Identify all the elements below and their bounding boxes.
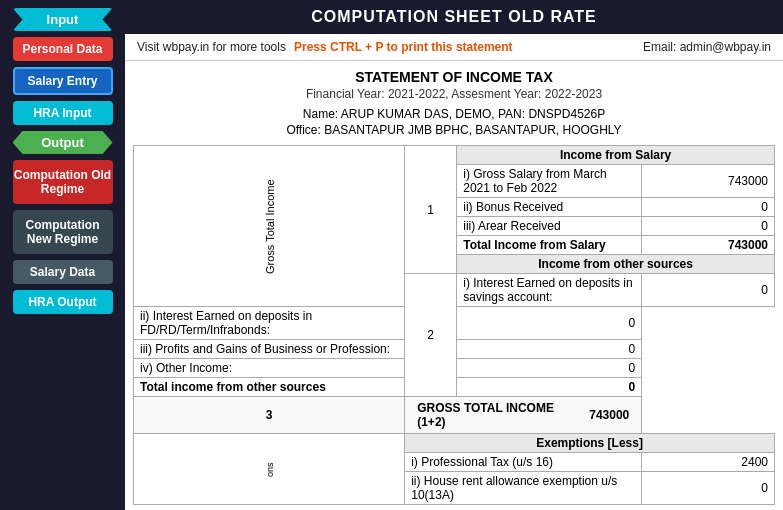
total-other-sources-amount: 0 (457, 378, 642, 397)
interest-fd-amount: 0 (457, 307, 642, 340)
financial-year: Financial Year: 2021-2022, Assesment Yea… (133, 87, 775, 101)
email-text: Email: admin@wbpay.in (643, 40, 771, 54)
arear-amount: 0 (642, 217, 775, 236)
office-name: Office: BASANTAPUR JMB BPHC, BASANTAPUR,… (133, 123, 775, 137)
total-salary-amount: 743000 (642, 236, 775, 255)
statement-title: STATEMENT OF INCOME TAX (133, 69, 775, 85)
gross-total-amount: 743000 (565, 399, 635, 431)
house-rent-amount: 0 (642, 472, 775, 505)
computation-new-regime-button[interactable]: Computation New Regime (13, 210, 113, 254)
profits-label: iii) Profits and Gains of Business or Pr… (134, 340, 405, 359)
ctrl-p-text: Press CTRL + P to print this statement (294, 40, 513, 54)
exemptions-vertical: ons (134, 434, 405, 505)
exemptions-header-row: ons Exemptions [Less] (134, 434, 775, 453)
row2-label: 2 (405, 274, 457, 397)
interest-savings-label: i) Interest Earned on deposits in saving… (457, 274, 642, 307)
salary-data-button[interactable]: Salary Data (13, 260, 113, 284)
other-income-amount: 0 (457, 359, 642, 378)
hra-input-button[interactable]: HRA Input (13, 101, 113, 125)
total-salary-label: Total Income from Salary (457, 236, 642, 255)
main-panel: COMPUTATION SHEET OLD RATE Visit wbpay.i… (125, 0, 783, 510)
bonus-amount: 0 (642, 198, 775, 217)
professional-tax-amount: 2400 (642, 453, 775, 472)
row1-label: 1 (405, 146, 457, 274)
gross-total-label: GROSS TOTAL INCOME (1+2) (411, 399, 565, 431)
other-income-label: iv) Other Income: (134, 359, 405, 378)
computation-old-regime-button[interactable]: Computation Old Regime (13, 160, 113, 204)
interest-fd-label: ii) Interest Earned on deposits in FD/RD… (134, 307, 405, 340)
gross-salary-amount: 743000 (642, 165, 775, 198)
employee-name: Name: ARUP KUMAR DAS, DEMO, PAN: DNSPD45… (133, 107, 775, 121)
exemptions-header: Exemptions [Less] (405, 434, 775, 453)
hra-output-button[interactable]: HRA Output (13, 290, 113, 314)
house-rent-label: ii) House rent allowance exemption u/s 1… (405, 472, 642, 505)
row3-label: 3 (134, 397, 405, 434)
title-bar: COMPUTATION SHEET OLD RATE (125, 0, 783, 34)
profits-amount: 0 (457, 340, 642, 359)
gross-salary-label: i) Gross Salary from March 2021 to Feb 2… (457, 165, 642, 198)
income-salary-header-row: Gross Total Income 1 Income from Salary (134, 146, 775, 165)
gross-total-income-label: Gross Total Income (134, 146, 405, 307)
salary-entry-button[interactable]: Salary Entry (13, 67, 113, 95)
interest-savings-amount: 0 (642, 274, 775, 307)
info-bar: Visit wbpay.in for more tools Press CTRL… (125, 34, 783, 61)
total-other-sources-label: Total income from other sources (134, 378, 405, 397)
sidebar: Input Personal Data Salary Entry HRA Inp… (0, 0, 125, 510)
arear-label: iii) Arear Received (457, 217, 642, 236)
personal-data-button[interactable]: Personal Data (13, 37, 113, 61)
content-area: STATEMENT OF INCOME TAX Financial Year: … (125, 61, 783, 510)
income-salary-header: Income from Salary (457, 146, 775, 165)
bonus-label: ii) Bonus Received (457, 198, 642, 217)
gross-total-income-row: 3 GROSS TOTAL INCOME (1+2) 743000 (134, 397, 775, 434)
input-label: Input (13, 8, 113, 31)
other-sources-header: Income from other sources (457, 255, 775, 274)
income-table: Gross Total Income 1 Income from Salary … (133, 145, 775, 505)
professional-tax-label: i) Professional Tax (u/s 16) (405, 453, 642, 472)
output-label: Output (13, 131, 113, 154)
visit-text: Visit wbpay.in for more tools (137, 40, 286, 54)
page-title: COMPUTATION SHEET OLD RATE (311, 8, 597, 25)
